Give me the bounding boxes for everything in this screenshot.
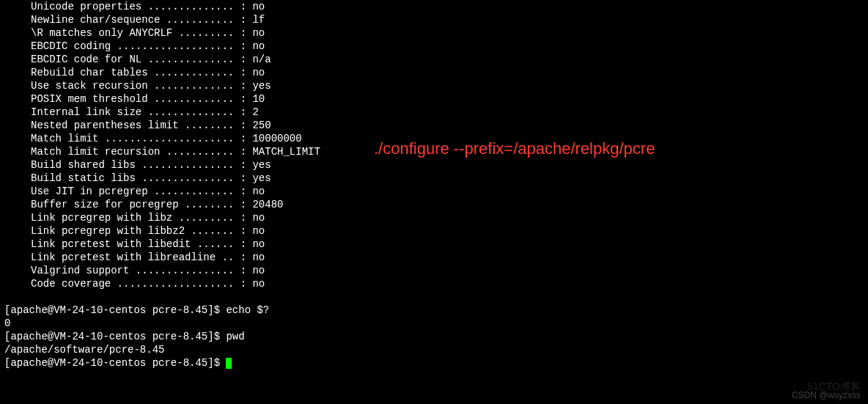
watermark-attribution: 51CTO博客 CSDN @wsyzxss (792, 382, 861, 400)
blank-line (0, 290, 868, 304)
config-line: Use JIT in pcregrep ............. : no (0, 185, 868, 198)
watermark-csdn: CSDN @wsyzxss (792, 391, 861, 400)
config-line: Rebuild char tables ............. : no (0, 66, 868, 79)
output-pwd: /apache/software/pcre-8.45 (0, 343, 868, 356)
config-line: EBCDIC code for NL .............. : n/a (0, 53, 868, 66)
config-line: Link pcretest with libreadline .. : no (0, 251, 868, 264)
config-line: Link pcregrep with libz ......... : no (0, 211, 868, 224)
terminal-output[interactable]: Unicode properties .............. : noNe… (0, 0, 868, 370)
config-line: Build shared libs ............... : yes (0, 158, 868, 172)
config-line: Use stack recursion ............. : yes (0, 79, 868, 92)
config-line: Code coverage ................... : no (0, 277, 868, 290)
config-line: Unicode properties .............. : no (0, 0, 868, 13)
config-line: POSIX mem threshold ............. : 10 (0, 92, 868, 106)
config-line: \R matches only ANYCRLF ......... : no (0, 26, 868, 40)
config-line: Link pcretest with libedit ...... : no (0, 238, 868, 251)
config-line: Internal link size .............. : 2 (0, 106, 868, 119)
config-line: EBCDIC coding ................... : no (0, 40, 868, 53)
config-line: Buffer size for pcregrep ........ : 2048… (0, 198, 868, 211)
prompt-pwd: [apache@VM-24-10-centos pcre-8.45]$ pwd (0, 330, 868, 343)
output-echo: 0 (0, 317, 868, 330)
prompt-current[interactable]: [apache@VM-24-10-centos pcre-8.45]$ (0, 356, 868, 370)
config-line: Nested parentheses limit ........ : 250 (0, 119, 868, 132)
annotation-command-overlay: ./configure --prefix=/apache/relpkg/pcre (374, 139, 655, 158)
config-line: Newline char/sequence ........... : lf (0, 13, 868, 26)
prompt-echo: [apache@VM-24-10-centos pcre-8.45]$ echo… (0, 304, 868, 317)
cursor-block (226, 358, 232, 369)
config-line: Link pcregrep with libbz2 ....... : no (0, 224, 868, 238)
config-line: Valgrind support ................ : no (0, 264, 868, 277)
config-line: Build static libs ............... : yes (0, 172, 868, 185)
